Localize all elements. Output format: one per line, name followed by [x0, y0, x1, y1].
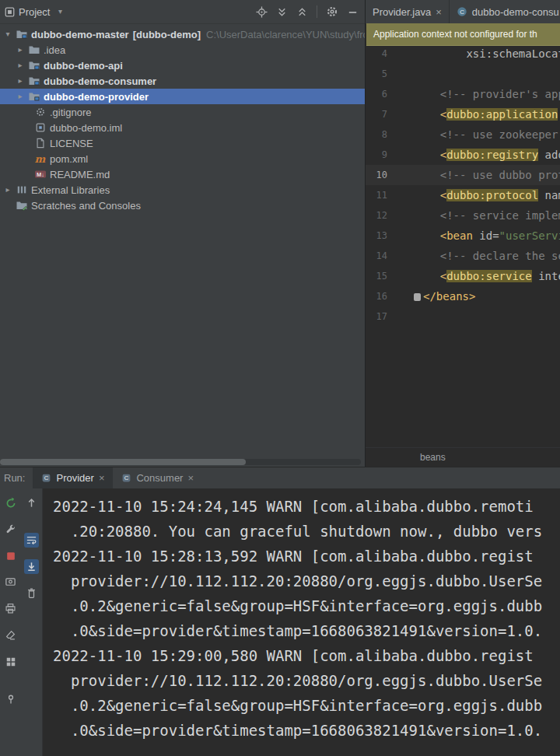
- grid-icon[interactable]: [3, 654, 18, 669]
- line-number: 4: [366, 44, 387, 64]
- tree-item-scratches-and-consoles[interactable]: Scratches and Consoles: [0, 198, 365, 213]
- wrench-icon[interactable]: [3, 522, 18, 537]
- soft-wrap-icon[interactable]: [24, 533, 39, 548]
- code-line-5[interactable]: 5: [366, 64, 560, 84]
- fold-marker-icon[interactable]: [414, 293, 421, 301]
- console-output[interactable]: 2022-11-10 15:24:24,145 WARN [com.alibab…: [43, 488, 560, 756]
- code-line-14[interactable]: 14 <!-- declare the se: [366, 246, 560, 266]
- close-tab-icon[interactable]: ×: [187, 473, 194, 483]
- code-line-12[interactable]: 12 <!-- service implem: [366, 205, 560, 226]
- code-line-11[interactable]: 11 <dubbo:protocol nam: [366, 185, 560, 205]
- line-number: 16: [366, 286, 387, 306]
- tree-item-gitignore[interactable]: .gitignore: [0, 104, 365, 120]
- editor-tab-dubbo-demo-consu[interactable]: Cdubbo-demo-consu: [450, 0, 560, 23]
- code-line-6[interactable]: 6 <!-- provider's app: [366, 84, 560, 104]
- rerun-icon[interactable]: [3, 495, 18, 510]
- project-panel-toolbar: [256, 5, 359, 18]
- code-line-text: <dubbo:service inte: [414, 266, 560, 286]
- tree-item-dubbo-demo-iml[interactable]: dubbo-demo.iml: [0, 120, 365, 135]
- stop-icon[interactable]: [3, 548, 18, 563]
- run-tabs: CProvider×CConsumer×: [33, 467, 202, 488]
- chevron-down-icon[interactable]: ▾: [2, 26, 14, 42]
- code-line-9[interactable]: 9 <dubbo:registry add: [366, 145, 560, 165]
- hide-icon[interactable]: [347, 6, 359, 18]
- code-line-10[interactable]: 10 <!-- use dubbo prot: [366, 165, 560, 185]
- chevron-right-icon[interactable]: ▸: [14, 58, 26, 73]
- up-arrow-icon[interactable]: [24, 495, 39, 510]
- gutter-fold-area: [387, 165, 414, 185]
- console-line: provider://10.112.112.20:20880/org.eggjs…: [53, 569, 560, 593]
- code-line-17[interactable]: 17: [366, 306, 560, 327]
- tree-item-label: External Libraries: [31, 184, 110, 196]
- run-panel-header: Run: CProvider×CConsumer×: [0, 467, 560, 488]
- tree-item-dubbo-demo-master[interactable]: ▾dubbo-demo-master[dubbo-demo]C:\UserDat…: [0, 26, 365, 42]
- folder-icon: [26, 44, 41, 56]
- tree-item-pom-xml[interactable]: mpom.xml: [0, 151, 365, 166]
- line-number: 11: [366, 185, 387, 205]
- editor-tab-provider-java[interactable]: Provider.java×: [366, 0, 450, 23]
- tree-item-label: .gitignore: [50, 107, 91, 118]
- project-horizontal-scrollbar[interactable]: [0, 459, 361, 465]
- scroll-to-end-icon[interactable]: [24, 559, 39, 574]
- locate-icon[interactable]: [256, 6, 268, 18]
- code-line-15[interactable]: 15 <dubbo:service inte: [366, 266, 560, 286]
- code-line-text: </beans>: [414, 286, 560, 306]
- svg-text:C: C: [44, 474, 49, 481]
- tree-item-dubbo-demo-api[interactable]: ▸dubbo-demo-api: [0, 58, 365, 73]
- project-panel-title[interactable]: Project: [19, 6, 50, 18]
- run-tab-label: Provider: [56, 472, 93, 484]
- print-icon[interactable]: [3, 601, 18, 616]
- monitor-icon[interactable]: [3, 575, 18, 590]
- tree-item-label: dubbo-demo-master: [31, 29, 129, 40]
- chevron-down-icon[interactable]: ▾: [54, 4, 66, 19]
- line-number: 6: [366, 84, 387, 104]
- line-number: 15: [366, 266, 387, 286]
- expand-all-icon[interactable]: [276, 6, 288, 18]
- close-tab-icon[interactable]: ×: [99, 473, 105, 483]
- code-segment: <: [414, 189, 446, 201]
- tree-item-readme-md[interactable]: M↓README.md: [0, 166, 365, 182]
- gutter-fold-area: [387, 185, 414, 205]
- scrollbar-thumb[interactable]: [0, 459, 246, 465]
- chevron-right-icon[interactable]: ▸: [2, 182, 14, 198]
- trash-icon[interactable]: [24, 586, 39, 600]
- chevron-right-icon[interactable]: ▸: [14, 73, 26, 89]
- run-panel-body: 2022-11-10 15:24:24,145 WARN [com.alibab…: [0, 488, 560, 756]
- markdown-icon: M↓: [33, 168, 47, 180]
- tree-item-license[interactable]: LICENSE: [0, 135, 365, 151]
- code-line-4[interactable]: 4 xsi:schemaLocati: [366, 44, 560, 64]
- chevron-right-icon[interactable]: ▸: [14, 42, 26, 58]
- tree-item-external-libraries[interactable]: ▸External Libraries: [0, 182, 365, 198]
- close-tab-icon[interactable]: ×: [436, 7, 442, 17]
- code-editor[interactable]: 34 xsi:schemaLocati56 <!-- provider's ap…: [366, 23, 560, 327]
- project-tool-window: Project ▾ ▾dubbo-demo-master[dubbo-demo]…: [0, 0, 366, 467]
- tree-item-label: dubbo-demo-provider: [44, 91, 149, 103]
- module-folder-icon: [14, 28, 29, 40]
- code-line-13[interactable]: 13 <bean id="userServi: [366, 226, 560, 246]
- settings-icon[interactable]: [326, 5, 338, 18]
- pin-icon[interactable]: [3, 691, 18, 706]
- run-tab-provider[interactable]: CProvider×: [33, 467, 113, 488]
- code-line-16[interactable]: 16</beans>: [366, 286, 560, 306]
- tree-item-dubbo-demo-provider[interactable]: ▸dubbo-demo-provider: [0, 89, 365, 104]
- eraser-icon[interactable]: [3, 628, 18, 642]
- code-line-7[interactable]: 7 <dubbo:application: [366, 104, 560, 124]
- gutter-fold-area: [387, 306, 414, 327]
- svg-text:M↓: M↓: [37, 171, 44, 178]
- code-line-text: <dubbo:registry add: [414, 145, 560, 165]
- collapse-all-icon[interactable]: [296, 6, 308, 18]
- console-line: 2022-11-10 15:24:24,145 WARN [com.alibab…: [53, 494, 560, 519]
- code-segment: <!-- use zookeeper: [414, 128, 560, 141]
- code-segment: <!-- declare the se: [414, 250, 560, 262]
- code-segment: <!-- service implem: [414, 209, 560, 222]
- breadcrumb[interactable]: beans: [420, 452, 446, 463]
- code-line-8[interactable]: 8 <!-- use zookeeper: [366, 124, 560, 145]
- gutter-fold-area: [387, 84, 414, 104]
- tree-item-idea[interactable]: ▸.idea: [0, 42, 365, 58]
- tree-item-dubbo-demo-consumer[interactable]: ▸dubbo-demo-consumer: [0, 73, 365, 89]
- code-segment: <!-- provider's app: [414, 88, 560, 100]
- project-icon: [5, 7, 15, 17]
- run-tab-consumer[interactable]: CConsumer×: [113, 467, 202, 488]
- tree-item-label: LICENSE: [50, 138, 93, 149]
- chevron-right-icon[interactable]: ▸: [14, 89, 26, 104]
